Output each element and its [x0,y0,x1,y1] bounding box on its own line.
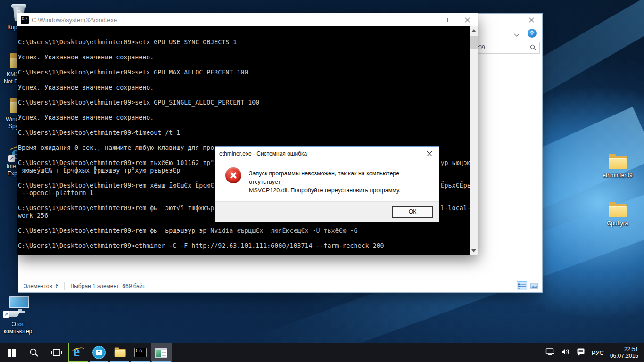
icon-label: CpuLyra [600,220,636,227]
shortcut-arrow-icon: ↗ [8,155,15,162]
taskbar-cmd[interactable]: C:\_ [130,343,151,362]
progress-edge [68,343,69,362]
folder-icon [607,202,628,219]
task-view-button[interactable] [45,343,68,362]
volume-icon[interactable] [561,348,570,357]
close-icon [529,17,534,23]
cmd-icon: C:\_ [134,348,147,357]
dialog-title: ethminer.exe - Системная ошибка [219,150,420,157]
console-scrollbar[interactable] [470,26,478,255]
dialog-titlebar[interactable]: ethminer.exe - Системная ошибка [215,147,439,161]
dialog-footer: ОК [215,201,439,222]
error-dialog: ethminer.exe - Системная ошибка Запуск п… [215,146,439,222]
view-thumbnails-button[interactable] [529,281,539,290]
internet-explorer-icon: e [71,346,85,360]
close-icon [465,17,470,23]
minimize-button[interactable] [413,13,435,26]
dialog-message: Запуск программы невозможен, так как на … [249,167,431,195]
taskbar-cpu-app[interactable] [89,343,109,362]
task-view-icon [51,349,62,356]
shortcut-arrow-icon: ↗ [3,311,9,318]
desktop-icon-this-pc[interactable]: ↗ Этот компьютер [0,295,36,335]
close-button[interactable] [520,14,542,26]
folder-icon [607,154,628,171]
taskbar-search-button[interactable] [23,343,45,362]
minimize-button[interactable] [477,14,499,26]
clock[interactable]: 22:51 06.07.2016 [610,346,638,359]
taskbar-active-window[interactable] [151,343,172,362]
close-button[interactable] [456,13,478,26]
cpu-chip-icon [92,346,106,359]
cmd-icon: C:\ [21,16,29,24]
ok-button[interactable]: ОК [392,206,433,218]
scroll-down-button[interactable] [470,247,478,255]
cmd-titlebar[interactable]: C:\ C:\Windows\system32\cmd.exe [17,13,478,26]
language-indicator[interactable]: РУС [592,349,604,356]
help-icon[interactable]: ? [528,29,537,38]
desktop-icon-ethminter09[interactable]: ethminter09 [600,154,636,179]
start-button[interactable] [0,343,23,362]
system-tray: РУС 22:51 06.07.2016 [545,343,644,362]
this-pc-icon: ↗ [3,295,33,320]
scroll-up-button[interactable] [470,26,478,34]
dialog-close-button[interactable] [420,147,439,161]
error-icon [225,167,241,183]
clock-date: 06.07.2016 [610,353,638,359]
icon-label: компьютер [0,328,36,335]
search-icon[interactable] [530,44,537,53]
status-divider [64,282,65,290]
cmd-window-title: C:\Windows\system32\cmd.exe [32,16,413,24]
maximize-button[interactable] [435,13,456,26]
view-details-button[interactable] [517,281,527,290]
close-icon [427,151,432,156]
desktop-icon-cpulyra[interactable]: CpuLyra [600,202,636,227]
thumbnail-view-icon [530,283,538,289]
status-items-count: Элементов: 6 [23,283,58,289]
ribbon-collapse-chevron-icon[interactable] [514,31,520,39]
window-icon [155,348,167,358]
scrollbar-thumb[interactable] [470,36,478,49]
folder-icon [113,347,126,358]
icon-label: Этот [0,321,36,328]
taskbar: e C:\_ РУС 22:51 06.07.2016 [0,343,644,362]
taskbar-file-explorer[interactable] [109,343,130,362]
details-view-icon [518,283,526,289]
windows-logo-icon [8,349,16,357]
explorer-statusbar: Элементов: 6 Выбран 1 элемент: 669 байт [18,280,542,292]
maximize-button[interactable] [499,14,520,26]
taskbar-internet-explorer[interactable]: e [68,343,89,362]
icon-label: ethminter09 [600,172,636,179]
action-center-icon[interactable] [577,348,586,358]
search-icon [29,348,39,357]
network-icon[interactable] [545,348,555,357]
status-selection: Выбран 1 элемент: 669 байт [70,283,145,289]
clock-time: 22:51 [610,346,638,353]
